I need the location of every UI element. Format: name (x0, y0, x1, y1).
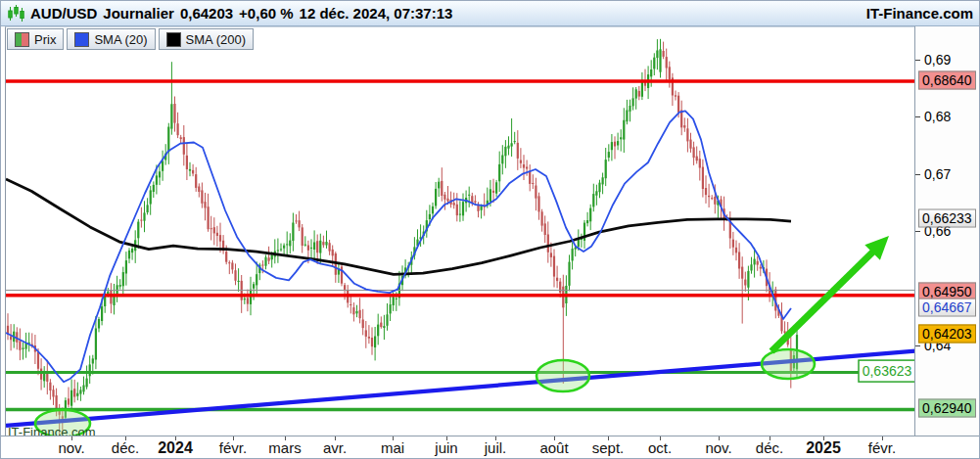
legend-item-label: SMA (200) (186, 32, 246, 47)
chart-area: 0,63623IT-Finance.com PrixSMA (20)SMA (2… (1, 26, 979, 438)
price-tick-label: 0,69 (924, 52, 951, 68)
legend-item-prix[interactable]: Prix (7, 28, 64, 50)
instrument-name: AUD/USD (30, 5, 97, 22)
time-tick-label: mai (381, 439, 404, 456)
time-tick-label: mars (268, 439, 301, 456)
legend-item-label: SMA (20) (94, 32, 147, 47)
time-tick-label: déc. (112, 439, 139, 456)
highlight-ellipse (762, 349, 815, 379)
time-tick-label: avr. (323, 439, 347, 456)
time-axis[interactable]: nov.déc.2024févr.marsavr.maijuinjuil.aoû… (1, 436, 979, 458)
last-price: 0,64203 (180, 5, 233, 22)
timeframe-label: Journalier (103, 5, 174, 22)
legend-item-sma-20[interactable]: SMA (20) (67, 28, 155, 50)
time-tick-label: août (539, 439, 568, 456)
sma-20-line (6, 111, 791, 382)
price-level-badge: 0,66233 (918, 208, 976, 227)
legend: PrixSMA (20)SMA (200) (7, 28, 254, 50)
time-tick-label: déc. (756, 439, 783, 456)
time-tick-label: juil. (485, 439, 507, 456)
price-tick (915, 231, 920, 232)
time-tick-label: sept. (592, 439, 625, 456)
time-tick-label: févr. (219, 439, 247, 456)
price-level-badge: 0,64667 (918, 298, 976, 317)
legend-item-sma-200[interactable]: SMA (200) (159, 28, 254, 50)
chart-window: AUD/USD Journalier 0,64203 +0,60 % 12 dé… (0, 0, 980, 459)
brand-logo: IT-Finance.com (866, 5, 973, 22)
line-swatch-icon (74, 32, 89, 47)
highlight-ellipse (537, 360, 589, 391)
line-swatch-icon (166, 32, 181, 47)
chart-canvas[interactable]: 0,63623IT-Finance.com (5, 26, 915, 439)
time-tick-label: févr. (868, 439, 896, 456)
bullish-arrow (771, 252, 873, 351)
price-swatch-icon (15, 32, 29, 47)
candlestick-icon (7, 4, 26, 23)
price-tick (915, 60, 920, 61)
price-tick-label: 0,68 (924, 109, 951, 124)
trendline-value-label: 0,63623 (863, 363, 912, 379)
price-level-badge: 0,64203 (918, 325, 976, 344)
change-percent: +0,60 % (239, 5, 293, 22)
time-tick-label: nov. (58, 439, 84, 456)
legend-item-label: Prix (34, 32, 56, 47)
time-tick-label: 2024 (158, 439, 193, 457)
quote-timestamp: 12 déc. 2024, 07:37:13 (300, 5, 453, 22)
price-level-badge: 0,68640 (918, 71, 976, 90)
time-tick-label: nov. (705, 439, 731, 456)
time-tick-label: 2025 (806, 439, 841, 457)
sma-200-line (6, 179, 791, 275)
price-tick (915, 116, 920, 117)
title-bar: AUD/USD Journalier 0,64203 +0,60 % 12 dé… (1, 1, 979, 26)
price-axis[interactable]: 0,690,680,670,660,640,686400,662330,6495… (914, 26, 980, 438)
price-tick (915, 174, 920, 175)
time-tick-label: juin (435, 439, 457, 456)
time-tick-label: oct. (648, 439, 672, 456)
price-tick (915, 345, 920, 346)
price-tick-label: 0,67 (924, 166, 951, 182)
price-level-badge: 0,62940 (918, 398, 976, 417)
